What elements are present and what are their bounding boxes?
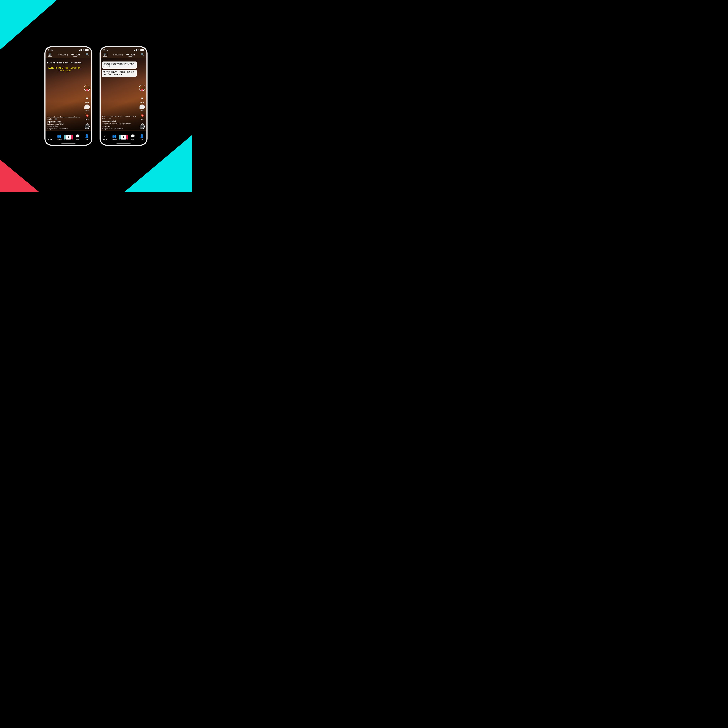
wifi-icon-left: ⌘ — [83, 49, 84, 51]
phone-left-screen: 9:41 ⌘ 📺 LI — [46, 47, 91, 145]
nav-following-right[interactable]: Following — [113, 54, 123, 56]
like-btn-right[interactable]: ♥ 25.3K — [139, 96, 145, 104]
nav-friends-left[interactable]: 👥 Friends — [55, 134, 63, 141]
status-bar-right: 9:41 ⌘ — [101, 47, 147, 52]
music-note-left: ♪ — [47, 128, 48, 130]
live-badge-right[interactable]: 📺 LIVE — [103, 53, 107, 57]
comment-btn-right[interactable]: 3456 — [139, 104, 145, 111]
search-icon-left[interactable]: 🔍 — [86, 53, 89, 57]
avatar-right[interactable] — [139, 85, 145, 91]
caption-text-left: You know there's always some people that… — [47, 116, 80, 120]
bookmark-count-right: 1256 — [141, 118, 144, 120]
jp-bubbles-right: あなたとあなたの友達に ついての事実パート1 すべての友達グループには、これ ら… — [102, 61, 137, 78]
record-spin-right — [140, 124, 145, 129]
comment-count-left: 3456 — [85, 110, 89, 111]
add-btn-right[interactable]: + — [120, 135, 127, 139]
jp-caption-right: あなたはいつも非常に騒々しい人が いることを知っています — [102, 115, 137, 120]
bookmark-icon-left: 🔖 — [84, 112, 90, 118]
phone-right: 9:41 ⌘ 📺 LI — [99, 46, 147, 146]
nav-add-right[interactable]: + — [119, 135, 127, 139]
record-spin-left — [85, 124, 90, 129]
friends-icon-right: 👥 — [112, 134, 116, 138]
inbox-icon-right: 💬 — [130, 134, 135, 138]
home-indicator-left — [61, 143, 75, 144]
translate-indicator-left — [55, 118, 57, 120]
home-indicator-right — [116, 143, 131, 144]
me-label-right: Me — [141, 139, 143, 141]
comment-btn-left[interactable]: 3456 — [84, 104, 90, 111]
bookmark-icon-right: 🔖 — [139, 112, 145, 118]
caption-left: You know there's always some people that… — [47, 116, 82, 120]
me-icon-left: 👤 — [85, 134, 89, 138]
nav-me-right[interactable]: 👤 Me — [138, 134, 146, 141]
phone-left: 9:41 ⌘ 📺 LI — [44, 46, 92, 146]
nav-for-you-right[interactable]: For You — [125, 53, 135, 56]
inbox-label-left: Inbox — [76, 139, 80, 141]
see-original-right[interactable]: See original — [102, 125, 137, 127]
me-icon-right: 👤 — [140, 134, 144, 138]
bookmark-count-left: 1256 — [85, 118, 89, 120]
bg-pink — [0, 146, 39, 192]
action-buttons-left: ♥ 25.3K 3456 🔖 1256 ↗ 1256 — [84, 85, 90, 129]
comment-icon-left — [84, 104, 90, 109]
search-icon-right[interactable]: 🔍 — [141, 53, 144, 57]
tv-icon-left: 📺 — [49, 53, 51, 55]
nav-home-right[interactable]: ⌂ Home — [101, 134, 109, 140]
add-btn-left[interactable]: + — [65, 135, 72, 139]
add-plus-right: + — [121, 135, 126, 139]
home-icon-right: ⌂ — [104, 134, 106, 138]
time-left: 9:41 — [48, 49, 53, 51]
avatar-left[interactable] — [84, 85, 90, 91]
phone-right-screen: 9:41 ⌘ 📺 LI — [101, 47, 147, 145]
bottom-nav-right: ⌂ Home 👥 Friends + 💬 Inbox 👤 — [101, 131, 147, 145]
jp-bubble1-right: あなたとあなたの友達に ついての事実パート1 — [102, 61, 137, 69]
nav-add-left[interactable]: + — [64, 135, 72, 139]
sound-info-right: ♪ original sound - gameandglitch — [102, 128, 137, 130]
comment-count-right: 3456 — [141, 110, 144, 111]
status-bar-left: 9:41 ⌘ — [46, 47, 91, 52]
bottom-info-left: You know there's always some people that… — [47, 116, 82, 130]
me-label-left: Me — [86, 139, 88, 141]
nav-following-left[interactable]: Following — [58, 54, 68, 56]
nav-me-left[interactable]: 👤 Me — [83, 134, 91, 141]
username-right[interactable]: @gameandglitch — [102, 120, 137, 122]
music-note-right: ♪ — [102, 128, 103, 130]
bg-cyan-top — [0, 0, 57, 50]
time-right: 9:41 — [104, 49, 108, 51]
live-badge-left[interactable]: 📺 LIVE — [47, 53, 52, 57]
nav-for-you-left[interactable]: For You — [70, 53, 80, 56]
action-buttons-right: ♥ 25.3K 3456 🔖 1256 ↗ 1256 — [139, 85, 145, 129]
nav-inbox-right[interactable]: 💬 Inbox — [129, 134, 137, 141]
heart-icon-left: ♥ — [84, 96, 90, 101]
wifi-icon-right: ⌘ — [138, 49, 139, 51]
title-white-left: Facts About You & Your Friends Part 1: — [47, 61, 82, 67]
nav-center-left: Following For You — [58, 53, 80, 56]
friends-label-left: Friends — [57, 139, 62, 141]
bookmark-btn-left[interactable]: 🔖 1256 — [84, 112, 90, 120]
jp-bubble2-right: すべての友達グループには、これ らのタイプの1つがあります — [102, 70, 137, 77]
home-label-right: Home — [103, 139, 107, 140]
bookmark-btn-right[interactable]: 🔖 1256 — [139, 112, 145, 120]
username-left[interactable]: @gameandglitch — [47, 121, 82, 123]
top-nav-left: 📺 LIVE Following For You 🔍 — [46, 52, 91, 58]
heart-icon-right: ♥ — [139, 96, 145, 101]
nav-friends-right[interactable]: 👥 Friends — [110, 134, 118, 141]
live-label-right: LIVE — [104, 55, 107, 56]
like-count-right: 25.3K — [140, 102, 144, 104]
tv-icon-right: 📺 — [104, 53, 106, 55]
battery-icon-right — [140, 49, 144, 51]
home-label-left: Home — [48, 139, 52, 140]
inbox-label-right: Inbox — [131, 139, 135, 141]
home-icon-left: ⌂ — [49, 134, 51, 138]
like-btn-left[interactable]: ♥ 25.3K — [84, 96, 90, 104]
phones-container: 9:41 ⌘ 📺 LI — [44, 46, 147, 146]
nav-home-left[interactable]: ⌂ Home — [46, 134, 54, 140]
description-left: It's in your hands TikTok — [47, 123, 82, 125]
comment-icon-right — [139, 104, 145, 109]
live-label-left: LIVE — [49, 55, 51, 56]
see-translation-left[interactable]: See translation — [47, 125, 82, 127]
bottom-info-right: あなたはいつも非常に騒々しい人が いることを知っています @gameandgli… — [102, 115, 137, 130]
nav-inbox-left[interactable]: 💬 Inbox — [74, 134, 82, 141]
sound-text-left: original sound - gameandglitch — [49, 128, 68, 130]
add-plus-left: + — [66, 135, 71, 139]
